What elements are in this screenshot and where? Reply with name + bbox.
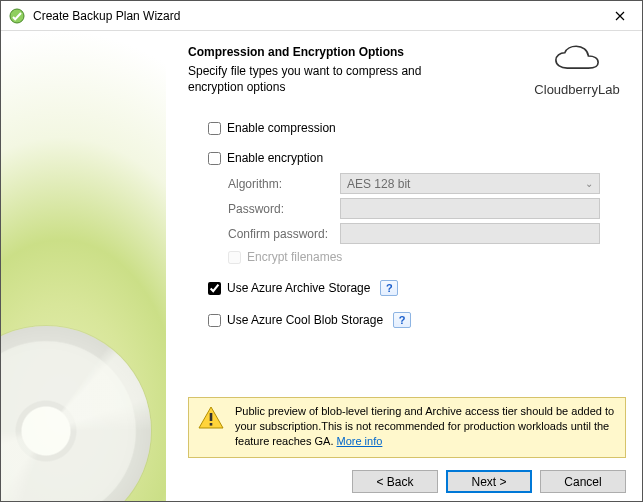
cancel-button[interactable]: Cancel xyxy=(540,470,626,493)
password-label: Password: xyxy=(228,202,340,216)
close-button[interactable] xyxy=(597,1,642,31)
encrypt-filenames-label: Encrypt filenames xyxy=(247,250,342,264)
use-azure-cool-label[interactable]: Use Azure Cool Blob Storage xyxy=(227,313,383,327)
help-icon[interactable]: ? xyxy=(380,280,398,296)
next-button[interactable]: Next > xyxy=(446,470,532,493)
back-button[interactable]: < Back xyxy=(352,470,438,493)
algorithm-value: AES 128 bit xyxy=(347,177,410,191)
enable-encryption-label[interactable]: Enable encryption xyxy=(227,151,323,165)
warning-icon xyxy=(197,404,225,449)
enable-compression-label[interactable]: Enable compression xyxy=(227,121,336,135)
disc-graphic xyxy=(1,326,151,501)
warning-text: Public preview of blob-level tiering and… xyxy=(235,404,615,449)
enable-encryption-checkbox[interactable] xyxy=(208,152,221,165)
wizard-sidebar xyxy=(1,31,166,501)
brand-logo: CloudberryLab xyxy=(528,43,626,97)
warning-notice: Public preview of blob-level tiering and… xyxy=(188,397,626,458)
svg-rect-1 xyxy=(210,413,213,421)
svg-rect-2 xyxy=(210,423,213,426)
more-info-link[interactable]: More info xyxy=(337,435,383,447)
help-icon[interactable]: ? xyxy=(393,312,411,328)
chevron-down-icon: ⌄ xyxy=(585,178,593,189)
use-azure-cool-checkbox[interactable] xyxy=(208,314,221,327)
brand-name: CloudberryLab xyxy=(528,82,626,97)
confirm-password-label: Confirm password: xyxy=(228,227,340,241)
window-title: Create Backup Plan Wizard xyxy=(33,9,597,23)
algorithm-select: AES 128 bit ⌄ xyxy=(340,173,600,194)
use-azure-archive-label[interactable]: Use Azure Archive Storage xyxy=(227,281,370,295)
enable-compression-checkbox[interactable] xyxy=(208,122,221,135)
confirm-password-field xyxy=(340,223,600,244)
use-azure-archive-checkbox[interactable] xyxy=(208,282,221,295)
warning-body: Public preview of blob-level tiering and… xyxy=(235,405,614,447)
main-panel: Compression and Encryption Options Speci… xyxy=(166,31,642,501)
algorithm-label: Algorithm: xyxy=(228,177,340,191)
app-icon xyxy=(9,8,25,24)
wizard-buttons: < Back Next > Cancel xyxy=(188,468,626,493)
page-subtitle: Specify file types you want to compress … xyxy=(188,63,478,95)
password-field xyxy=(340,198,600,219)
page-title: Compression and Encryption Options xyxy=(188,45,516,59)
encrypt-filenames-checkbox xyxy=(228,251,241,264)
title-bar: Create Backup Plan Wizard xyxy=(1,1,642,31)
